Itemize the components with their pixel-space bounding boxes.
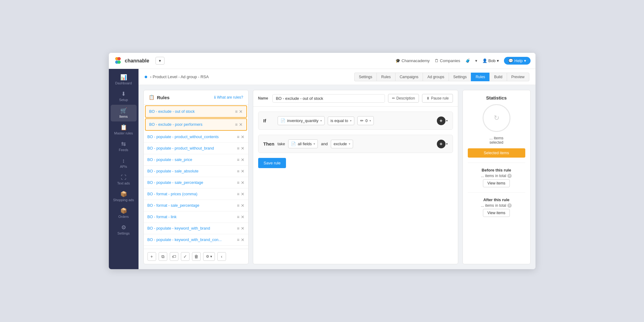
copy-rule-button[interactable]: ⧉ <box>159 252 167 261</box>
companies-link[interactable]: 🗒 Companies <box>435 58 460 63</box>
gear-dropdown-button[interactable]: ⚙ ▾ <box>203 252 215 261</box>
sidebar-item-feeds[interactable]: ⇆ Feeds <box>111 138 137 155</box>
tab-ad-groups[interactable]: Ad groups <box>423 73 449 81</box>
close-icon-4[interactable]: ✕ <box>241 180 245 185</box>
field-select-arrow: ▾ <box>320 119 322 122</box>
rule-item-1[interactable]: BO - populate - product_without_brand ≡ … <box>144 143 248 154</box>
operator-select[interactable]: is equal to ▾ <box>328 117 354 125</box>
tab-rules-2[interactable]: Rules <box>471 73 489 81</box>
sidebar-item-orders[interactable]: 📦 Orders <box>111 205 137 222</box>
top-nav: channable ▾ 🎓 Channacademy 🗒 Companies 🧳… <box>109 53 535 69</box>
sidebar-item-master-rules[interactable]: 📋 Master rules <box>111 121 137 138</box>
before-help-icon[interactable]: ? <box>507 174 512 178</box>
sidebar-item-shopping-ads[interactable]: 📦 Shopping ads <box>111 188 137 205</box>
check-rule-button[interactable]: ✓ <box>181 252 190 261</box>
add-action-btn[interactable]: + <box>437 140 446 148</box>
logo-icon <box>114 57 122 65</box>
baggage-icon-link[interactable]: 🧳 <box>465 58 470 63</box>
channacademy-icon: 🎓 <box>395 58 400 63</box>
close-icon-9[interactable]: ✕ <box>241 237 245 242</box>
rule-item-0-text: BO - populate - product_without_contents <box>147 135 235 139</box>
rule-item-selected-primary[interactable]: BO - exclude - out of stock ≡ ✕ <box>145 105 247 118</box>
add-condition-arrow[interactable]: ▾ <box>446 119 448 122</box>
sidebar-item-apis[interactable]: ↕ APIs <box>111 155 137 172</box>
items-icon: 🛒 <box>120 108 127 113</box>
sidebar-item-settings-label: Settings <box>117 231 130 235</box>
close-icon-7[interactable]: ✕ <box>241 214 245 219</box>
close-icon-5[interactable]: ✕ <box>241 192 245 197</box>
tab-preview[interactable]: Preview <box>507 73 529 81</box>
selected-items-button[interactable]: Selected items <box>468 148 525 158</box>
add-rule-button[interactable]: + <box>147 252 156 261</box>
rule-item-3-text: BO - populate - sale_absolute <box>147 169 235 173</box>
before-view-items-button[interactable]: View items <box>483 179 510 187</box>
close-icon-2[interactable]: ✕ <box>241 157 245 162</box>
rule-item-3[interactable]: BO - populate - sale_absolute ≡ ✕ <box>144 166 248 177</box>
tag-rule-button[interactable]: 🏷 <box>170 252 178 261</box>
what-are-rules-link[interactable]: ℹ What are rules? <box>214 95 243 100</box>
tab-settings-2[interactable]: Settings <box>449 73 471 81</box>
add-action-arrow[interactable]: ▾ <box>446 142 448 146</box>
add-condition-btn[interactable]: + <box>437 117 446 125</box>
tab-rules-1[interactable]: Rules <box>377 73 395 81</box>
close-icon-6[interactable]: ✕ <box>241 203 245 208</box>
description-button[interactable]: ✏ Description <box>388 94 419 103</box>
save-rule-button[interactable]: Save rule <box>258 158 286 168</box>
tab-campaigns[interactable]: Campaigns <box>395 73 423 81</box>
tab-build[interactable]: Build <box>489 73 507 81</box>
after-view-items-button[interactable]: View items <box>483 209 510 217</box>
drag-icon-4: ≡ <box>237 180 239 185</box>
rule-item-7[interactable]: BO - format - link ≡ ✕ <box>144 211 248 223</box>
pause-icon: ⏸ <box>426 96 430 100</box>
help-button[interactable]: 💬 Help ▾ <box>504 57 531 65</box>
operator-select-arrow: ▾ <box>350 119 352 122</box>
add-action-dropdown[interactable]: + ▾ <box>434 140 448 148</box>
drag-icon-secondary: ≡ <box>235 122 237 127</box>
close-icon-3[interactable]: ✕ <box>241 169 245 174</box>
field-select[interactable]: 📄 inventory_quantity ▾ <box>278 116 325 125</box>
apis-icon: ↕ <box>122 158 125 163</box>
rule-item-9[interactable]: BO - populate - keyword_with_brand_con..… <box>144 234 248 246</box>
add-condition-dropdown[interactable]: + ▾ <box>434 117 448 125</box>
close-icon-0[interactable]: ✕ <box>241 134 245 139</box>
rule-item-2[interactable]: BO - populate - sale_price ≡ ✕ <box>144 154 248 166</box>
name-input[interactable] <box>272 94 385 103</box>
close-icon-8[interactable]: ✕ <box>241 226 245 231</box>
drag-icon-2: ≡ <box>237 157 239 162</box>
action-field-select[interactable]: 📄 all fields ▾ <box>288 139 318 148</box>
sidebar-item-setup[interactable]: ⬇ Setup <box>111 88 137 105</box>
help-icon: 💬 <box>508 58 513 63</box>
rule-item-5[interactable]: BO - format - prices (comma) ≡ ✕ <box>144 189 248 200</box>
dropdown-arrow-link[interactable]: ▾ <box>475 58 477 63</box>
collapse-button[interactable]: ‹ <box>217 252 226 261</box>
rule-item-0[interactable]: BO - populate - product_without_contents… <box>144 131 248 143</box>
pause-rule-button[interactable]: ⏸ Pause rule <box>422 94 453 103</box>
channacademy-label: Channacademy <box>402 58 430 63</box>
rule-item-8[interactable]: BO - populate - keyword_with_brand ≡ ✕ <box>144 223 248 234</box>
tab-settings-1[interactable]: Settings <box>354 73 377 81</box>
sidebar-item-items[interactable]: 🛒 Items <box>111 105 137 121</box>
rules-list: BO - exclude - out of stock ≡ ✕ BO - exc… <box>144 105 248 249</box>
value-select[interactable]: ✏ 0 ▾ <box>357 116 374 125</box>
rule-item-10[interactable]: BO - populate - keyword_without_brand ≡ … <box>144 246 248 249</box>
sidebar-item-dashboard[interactable]: 📊 Dashboard <box>111 71 137 88</box>
channacademy-link[interactable]: 🎓 Channacademy <box>395 58 430 63</box>
close-icon-secondary[interactable]: ✕ <box>239 122 243 127</box>
rule-item-selected-secondary[interactable]: BO - exclude - poor performers ≡ ✕ <box>145 118 247 131</box>
close-icon-1[interactable]: ✕ <box>241 146 245 151</box>
stats-divider-1 <box>468 163 525 163</box>
action-operator-select[interactable]: exclude ▾ <box>331 140 353 148</box>
delete-rule-button[interactable]: 🗑 <box>192 252 201 261</box>
after-help-icon[interactable]: ? <box>507 203 512 208</box>
rule-item-4[interactable]: BO - populate - sale_percentage ≡ ✕ <box>144 177 248 189</box>
sidebar-item-settings[interactable]: ⚙ Settings <box>111 222 137 238</box>
tab-nav: Settings Rules Campaigns Ad groups Setti… <box>354 73 529 81</box>
close-icon[interactable]: ✕ <box>239 109 243 114</box>
rule-item-6-text: BO - format - sale_percentage <box>147 203 235 208</box>
project-selector[interactable]: ▾ <box>156 57 164 65</box>
sidebar-item-text-ads[interactable]: ⛶ Text ads <box>111 172 137 188</box>
rule-item-6[interactable]: BO - format - sale_percentage ≡ ✕ <box>144 200 248 211</box>
user-menu[interactable]: 👤 Bob ▾ <box>482 58 499 63</box>
pause-label: Pause rule <box>431 96 449 100</box>
value-icon: ✏ <box>360 118 364 123</box>
